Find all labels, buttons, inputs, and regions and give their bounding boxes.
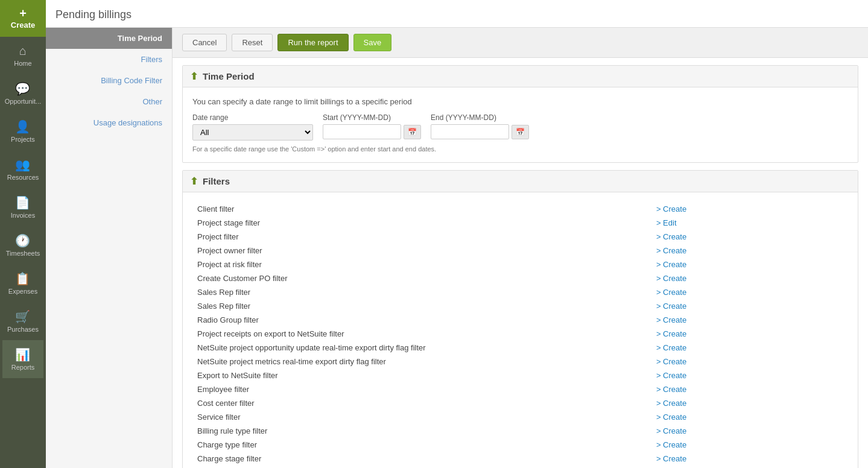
filter-action[interactable]: > Create [651, 341, 848, 355]
filter-action[interactable]: > Create [651, 466, 848, 468]
filter-label: Project at risk filter [192, 258, 651, 271]
sidebar-label-resources: Resources [7, 174, 39, 181]
home-icon: ⌂ [19, 44, 27, 58]
page-header: Pending billings [46, 0, 868, 28]
date-range-label: Date range [192, 113, 313, 122]
left-nav-item-filters[interactable]: Filters [46, 49, 172, 70]
timesheets-icon: 🕐 [15, 233, 30, 248]
filter-action[interactable]: > Create [651, 244, 848, 258]
filter-action[interactable]: > Create [651, 410, 848, 424]
opportunities-icon: 💬 [15, 81, 30, 96]
time-period-section: ⬆ Time Period You can specify a date ran… [182, 65, 858, 163]
filter-row: Export to NetSuite filter> Create [192, 368, 848, 382]
sidebar-item-projects[interactable]: 👤Projects [2, 112, 44, 150]
filters-table: Client filter> CreateProject stage filte… [192, 202, 848, 468]
filter-action[interactable]: > Create [651, 452, 848, 466]
filter-action[interactable]: > Create [651, 271, 848, 285]
create-button[interactable]: + Create [0, 0, 46, 37]
sidebar-item-opportunities[interactable]: 💬Opportunit... [2, 74, 44, 112]
filters-header: ⬆ Filters [183, 171, 858, 192]
filters-section: ⬆ Filters Client filter> CreateProject s… [182, 170, 858, 468]
filter-action[interactable]: > Create [651, 299, 848, 313]
invoices-icon: 📄 [15, 195, 30, 210]
filter-label: Service filter [192, 410, 651, 424]
start-date-input[interactable] [323, 124, 401, 139]
filter-row: Sales Rep filter> Create [192, 299, 848, 313]
end-date-label: End (YYYY-MM-DD) [431, 113, 529, 122]
filter-action[interactable]: > Create [651, 396, 848, 410]
filter-action[interactable]: > Create [651, 285, 848, 299]
filter-action[interactable]: > Create [651, 313, 848, 327]
time-period-body: You can specify a date range to limit bi… [183, 87, 858, 162]
plus-icon: + [19, 7, 27, 19]
page-title: Pending billings [55, 8, 131, 21]
end-date-calendar-button[interactable]: 📅 [512, 125, 529, 139]
filter-row: Project receipts on export to NetSuite f… [192, 327, 848, 341]
resources-icon: 👥 [15, 157, 30, 172]
filter-row: Service filter> Create [192, 410, 848, 424]
filters-collapse-icon[interactable]: ⬆ [190, 176, 198, 187]
filter-row: Charge type filter> Create [192, 438, 848, 452]
sidebar-item-invoices[interactable]: 📄Invoices [2, 188, 44, 226]
date-range-select[interactable]: AllThis weekLast weekThis monthLast mont… [192, 124, 313, 141]
filter-row: Create Customer PO filter> Create [192, 271, 848, 285]
sidebar-item-resources[interactable]: 👥Resources [2, 150, 44, 188]
filter-action[interactable]: > Create [651, 230, 848, 244]
filter-action[interactable]: > Create [651, 202, 848, 216]
expenses-icon: 📋 [15, 271, 30, 286]
filter-label: NetSuite project metrics real-time expor… [192, 355, 651, 368]
purchases-icon: 🛒 [15, 309, 30, 324]
filter-action[interactable]: > Create [651, 438, 848, 452]
filter-label: Charge stage filter [192, 452, 651, 466]
filter-row: NetSuite project opportunity update real… [192, 341, 848, 355]
sidebar-item-timesheets[interactable]: 🕐Timesheets [2, 226, 44, 264]
run-report-button[interactable]: Run the report [277, 34, 348, 51]
filter-row: Cost center filter> Create [192, 396, 848, 410]
cancel-button[interactable]: Cancel [182, 34, 227, 51]
left-nav-item-billing-code-filter[interactable]: Billing Code Filter [46, 70, 172, 91]
projects-icon: 👤 [15, 119, 30, 134]
filter-label: NetSuite project opportunity update real… [192, 341, 651, 355]
filter-label: Expense item filter [192, 466, 651, 468]
collapse-icon[interactable]: ⬆ [190, 71, 198, 82]
filter-action[interactable]: > Edit [651, 216, 848, 230]
filter-row: Project filter> Create [192, 230, 848, 244]
end-date-group: End (YYYY-MM-DD) 📅 [431, 113, 529, 139]
filter-label: Project receipts on export to NetSuite f… [192, 327, 651, 341]
report-area[interactable]: Cancel Reset Run the report Save ⬆ Time … [173, 28, 868, 468]
start-date-calendar-button[interactable]: 📅 [404, 125, 421, 139]
save-button[interactable]: Save [353, 34, 392, 51]
date-row: Date range AllThis weekLast weekThis mon… [192, 113, 848, 141]
sidebar-item-reports[interactable]: 📊Reports [2, 340, 44, 378]
end-date-input[interactable] [431, 124, 509, 139]
sidebar-item-purchases[interactable]: 🛒Purchases [2, 302, 44, 340]
left-nav: Time PeriodFiltersBilling Code FilterOth… [46, 28, 173, 468]
filter-row: Project owner filter> Create [192, 244, 848, 258]
filter-action[interactable]: > Create [651, 258, 848, 271]
sidebar-label-invoices: Invoices [11, 212, 35, 219]
filter-label: Create Customer PO filter [192, 271, 651, 285]
filter-label: Project stage filter [192, 216, 651, 230]
left-nav-item-other[interactable]: Other [46, 91, 172, 112]
left-nav-item-usage-designations[interactable]: Usage designations [46, 112, 172, 133]
start-date-label: Start (YYYY-MM-DD) [323, 113, 421, 122]
filter-label: Export to NetSuite filter [192, 368, 651, 382]
filter-action[interactable]: > Create [651, 355, 848, 368]
time-period-header: ⬆ Time Period [183, 66, 858, 87]
filter-action[interactable]: > Create [651, 327, 848, 341]
filter-action[interactable]: > Create [651, 382, 848, 396]
time-period-title: Time Period [203, 71, 255, 81]
sidebar: + Create ⌂Home💬Opportunit...👤Projects👥Re… [0, 0, 46, 468]
sidebar-item-expenses[interactable]: 📋Expenses [2, 264, 44, 302]
sidebar-item-home[interactable]: ⌂Home [2, 37, 44, 74]
reset-button[interactable]: Reset [232, 34, 273, 51]
filter-label: Sales Rep filter [192, 299, 651, 313]
filter-row: Billing rule type filter> Create [192, 424, 848, 438]
filter-row: Project stage filter> Edit [192, 216, 848, 230]
filter-action[interactable]: > Create [651, 368, 848, 382]
left-nav-item-time-period[interactable]: Time Period [46, 28, 172, 49]
sidebar-label-expenses: Expenses [8, 288, 37, 295]
date-range-group: Date range AllThis weekLast weekThis mon… [192, 113, 313, 141]
filter-row: Charge stage filter> Create [192, 452, 848, 466]
filter-action[interactable]: > Create [651, 424, 848, 438]
